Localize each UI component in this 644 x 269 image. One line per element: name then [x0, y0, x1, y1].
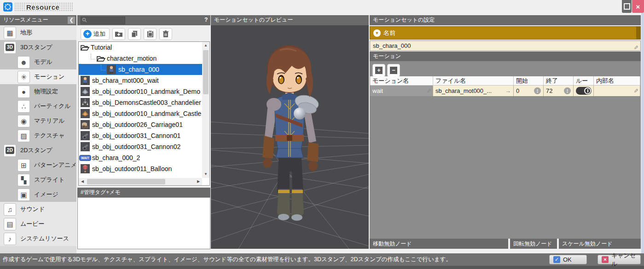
character-thumbnail-icon [107, 65, 116, 74]
window-title: Resource [26, 3, 59, 11]
maximize-button[interactable] [622, 0, 632, 13]
motion-name-cell[interactable]: wait✎ [370, 86, 433, 96]
remove-motion-button[interactable]: − [387, 64, 400, 77]
title-bar[interactable]: Resource [0, 0, 644, 14]
file-name-cell[interactable]: sb_chara_mot000_...→ [433, 86, 514, 96]
new-folder-button[interactable] [112, 28, 125, 40]
tree-item[interactable]: sb_obj_outdoor010_Landmark_Demo [79, 86, 202, 97]
texture-icon: ▨ [17, 130, 30, 142]
name-section-bar[interactable]: ▼ 名前 [370, 26, 641, 40]
sidebar-item-image[interactable]: ▣イメージ [0, 187, 76, 202]
cancel-button[interactable]: × キャンセル [598, 255, 641, 264]
sidebar-item-model[interactable]: ☻モデル [0, 55, 76, 69]
search-input[interactable] [81, 17, 125, 24]
add-motion-button[interactable]: + [372, 64, 385, 77]
start-frame-cell[interactable]: 0▲▼ [514, 86, 544, 96]
name-field[interactable]: sb_chara_000 ✎ [370, 40, 641, 51]
image-icon: ▣ [17, 189, 30, 201]
add-button[interactable]: + 追加 [81, 28, 110, 40]
ok-button-label: OK [563, 256, 572, 263]
check-icon: ✓ [553, 256, 560, 263]
motion-toolbar: + 追加 [77, 26, 210, 41]
tree-item[interactable]: sb_obj_outdoor031_Cannon02 [79, 141, 202, 152]
tree-item[interactable]: sb_obj_outdoor011_Balloon [79, 163, 202, 174]
stepper-icon[interactable]: ▲▼ [564, 87, 571, 94]
tree-folder[interactable]: character_motion [79, 53, 202, 64]
status-text: 作成するゲームで使用する3Dモデル、テクスチャ、スプライト、イメージ、サウンド等… [3, 256, 452, 263]
vertical-scroll-thumb[interactable] [203, 50, 209, 94]
motion-table-header-row: モーション名ファイル名開始終了ループ内部名 [370, 76, 640, 86]
sidebar-item-particle[interactable]: ∴パーティクル [0, 99, 76, 114]
character-preview [262, 45, 320, 221]
sidebar-item-motion[interactable]: ✳モーション [0, 69, 76, 84]
tree-folder[interactable]: Tutorial [79, 42, 202, 53]
tree-item[interactable]: sb_chara_mot000_wait [79, 75, 202, 86]
tree-item[interactable]: sb_obj_DemonsCastle003_chandelier [79, 97, 202, 108]
memo-textarea[interactable] [77, 197, 210, 249]
preview-panel-title: モーションセットのプレビュー [214, 17, 293, 23]
sidebar-item-pattern-anime[interactable]: ⊞パターンアニメ [0, 158, 76, 172]
tree-horizontal-scrollbar[interactable]: ◀ ▶ [79, 178, 202, 185]
motion-table: モーション名ファイル名開始終了ループ内部名 wait✎sb_chara_mot0… [370, 76, 640, 96]
toggle-knob [584, 87, 591, 94]
sidebar-item-terrain[interactable]: ▦地形 [0, 25, 76, 40]
sidebar-item-movie[interactable]: ▤ムービー [0, 217, 76, 231]
sidebar-item-material[interactable]: ◉マテリアル [0, 114, 76, 128]
sidebar-item-label: 2Dスタンプ [20, 146, 52, 155]
ok-button[interactable]: ✓ OK [549, 255, 587, 264]
column-header: ループ [574, 76, 594, 86]
loop-toggle[interactable] [576, 87, 592, 95]
preview-viewport[interactable] [211, 25, 369, 249]
sidebar-item-stamp-3d[interactable]: 3D3Dスタンプ [0, 40, 76, 55]
internal-name-cell[interactable]: ✎ [594, 86, 640, 96]
scroll-up-icon[interactable]: ▲ [202, 42, 209, 49]
sidebar-header: リソースメニュー ❮ [0, 15, 76, 25]
sidebar-item-physics[interactable]: ●物理設定 [0, 84, 76, 99]
sidebar-item-stamp-2d[interactable]: 2D2Dスタンプ [0, 143, 76, 158]
duplicate-button[interactable] [128, 28, 141, 40]
sidebar-header-label: リソースメニュー [3, 17, 48, 23]
delete-button[interactable] [159, 28, 172, 40]
terrain-icon: ▦ [4, 27, 16, 39]
tree-item[interactable]: sb_obj_outdoor026_Carriage01 [79, 119, 202, 130]
sidebar-item-texture[interactable]: ▨テクスチャ [0, 128, 76, 143]
tree-item-label: sb_obj_outdoor010_Landmark_Castle [92, 110, 201, 117]
rotation-disabled-node-header[interactable]: 回転無効ノード [510, 239, 557, 249]
tree-item[interactable]: sb_obj_outdoor010_Landmark_Castle [79, 108, 202, 119]
scale-disabled-node-header[interactable]: スケール無効ノード [559, 239, 641, 249]
tree-vertical-scrollbar[interactable]: ▲ ▼ [202, 42, 209, 178]
character-thumbnail-icon [81, 76, 90, 85]
tree-item-label: sb_obj_outdoor010_Landmark_Demo [92, 88, 200, 95]
column-header: ファイル名 [433, 76, 514, 86]
sidebar-item-label: パターンアニメ [34, 161, 77, 169]
help-button[interactable]: ? [204, 17, 208, 23]
tree-item[interactable]: sb_chara_000 [79, 64, 202, 75]
sidebar-item-system-resource[interactable]: ♪システムリソース [0, 231, 76, 246]
paste-button[interactable] [144, 28, 157, 40]
dots-spinner-icon [4, 3, 12, 11]
move-disabled-node-header[interactable]: 移動無効ノード [370, 239, 508, 249]
scroll-left-icon[interactable]: ◀ [79, 178, 86, 185]
tree-item-label: sb_obj_outdoor031_Cannon01 [92, 132, 180, 139]
new-folder-icon [115, 30, 123, 37]
horizontal-scroll-thumb[interactable] [87, 179, 165, 184]
tree-item[interactable]: WAITsb_chara_000_2 [79, 152, 202, 163]
loop-cell[interactable] [574, 86, 594, 96]
column-header: 開始 [514, 76, 544, 86]
sidebar-item-sprite[interactable]: ▚スプライト [0, 172, 76, 187]
chevron-down-circle-icon: ▼ [373, 29, 381, 37]
start-frame-value: 0 [516, 86, 534, 96]
sidebar-collapse-button[interactable]: ❮ [68, 17, 75, 24]
tree-item-label: sb_chara_000_2 [92, 154, 140, 161]
tree-item[interactable]: sb_obj_outdoor031_Cannon01 [79, 130, 202, 141]
scroll-right-icon[interactable]: ▶ [195, 178, 202, 185]
motion-table-data-row[interactable]: wait✎sb_chara_mot000_...→0▲▼72▲▼✎ [370, 86, 640, 96]
scroll-down-icon[interactable]: ▼ [202, 171, 209, 178]
add-button-label: 追加 [93, 30, 105, 38]
stepper-icon[interactable]: ▲▼ [534, 87, 541, 94]
arrow-right-icon: → [505, 86, 511, 96]
app-icon [3, 2, 12, 11]
end-frame-cell[interactable]: 72▲▼ [544, 86, 574, 96]
close-button[interactable]: × [632, 0, 644, 13]
sidebar-item-sound[interactable]: ♫サウンド [0, 202, 76, 217]
